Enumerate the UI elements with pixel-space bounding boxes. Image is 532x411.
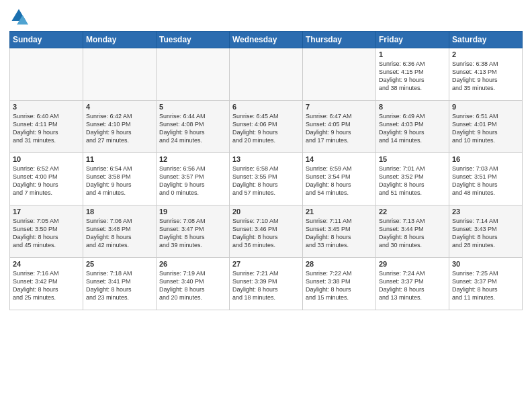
- day-info: Sunrise: 7:22 AM Sunset: 3:38 PM Dayligh…: [306, 269, 373, 302]
- day-number: 18: [86, 208, 153, 216]
- calendar-cell: 10Sunrise: 6:52 AM Sunset: 4:00 PM Dayli…: [10, 153, 83, 205]
- calendar-cell: 13Sunrise: 6:58 AM Sunset: 3:55 PM Dayli…: [230, 153, 303, 205]
- calendar-cell: [10, 48, 83, 101]
- weekday-header-tuesday: Tuesday: [157, 32, 230, 48]
- day-info: Sunrise: 6:52 AM Sunset: 4:00 PM Dayligh…: [13, 165, 80, 197]
- calendar-header-row: SundayMondayTuesdayWednesdayThursdayFrid…: [10, 32, 523, 48]
- day-number: 6: [232, 103, 300, 111]
- day-number: 12: [159, 155, 226, 163]
- day-number: 11: [86, 155, 153, 163]
- calendar-cell: 20Sunrise: 7:10 AM Sunset: 3:46 PM Dayli…: [230, 205, 303, 258]
- day-info: Sunrise: 7:24 AM Sunset: 3:37 PM Dayligh…: [379, 269, 446, 302]
- calendar-cell: 29Sunrise: 7:24 AM Sunset: 3:37 PM Dayli…: [376, 258, 449, 310]
- day-info: Sunrise: 6:45 AM Sunset: 4:06 PM Dayligh…: [232, 112, 300, 145]
- calendar-cell: 21Sunrise: 7:11 AM Sunset: 3:45 PM Dayli…: [303, 205, 376, 258]
- day-info: Sunrise: 6:54 AM Sunset: 3:58 PM Dayligh…: [86, 165, 153, 197]
- calendar-cell: 7Sunrise: 6:47 AM Sunset: 4:05 PM Daylig…: [303, 101, 376, 153]
- day-info: Sunrise: 6:56 AM Sunset: 3:57 PM Dayligh…: [159, 165, 226, 197]
- day-info: Sunrise: 6:44 AM Sunset: 4:08 PM Dayligh…: [159, 112, 226, 145]
- day-info: Sunrise: 6:58 AM Sunset: 3:55 PM Dayligh…: [232, 165, 300, 197]
- day-info: Sunrise: 7:14 AM Sunset: 3:43 PM Dayligh…: [452, 217, 519, 250]
- day-info: Sunrise: 7:18 AM Sunset: 3:41 PM Dayligh…: [86, 269, 153, 302]
- weekday-header-saturday: Saturday: [449, 32, 523, 48]
- calendar-cell: 19Sunrise: 7:08 AM Sunset: 3:47 PM Dayli…: [157, 205, 230, 258]
- day-number: 22: [379, 208, 446, 216]
- calendar-cell: [230, 48, 303, 101]
- calendar-cell: 28Sunrise: 7:22 AM Sunset: 3:38 PM Dayli…: [303, 258, 376, 310]
- calendar-cell: 3Sunrise: 6:40 AM Sunset: 4:11 PM Daylig…: [10, 101, 83, 153]
- day-info: Sunrise: 7:01 AM Sunset: 3:52 PM Dayligh…: [379, 165, 446, 197]
- day-number: 7: [306, 103, 373, 111]
- calendar-cell: 8Sunrise: 6:49 AM Sunset: 4:03 PM Daylig…: [376, 101, 449, 153]
- calendar-cell: 26Sunrise: 7:19 AM Sunset: 3:40 PM Dayli…: [157, 258, 230, 310]
- calendar-week-5: 24Sunrise: 7:16 AM Sunset: 3:42 PM Dayli…: [10, 258, 523, 310]
- calendar-cell: 14Sunrise: 6:59 AM Sunset: 3:54 PM Dayli…: [303, 153, 376, 205]
- day-number: 19: [159, 208, 226, 216]
- calendar-cell: 1Sunrise: 6:36 AM Sunset: 4:15 PM Daylig…: [376, 48, 449, 101]
- day-number: 24: [13, 260, 80, 268]
- calendar-cell: 6Sunrise: 6:45 AM Sunset: 4:06 PM Daylig…: [230, 101, 303, 153]
- day-number: 3: [13, 103, 80, 111]
- day-number: 30: [452, 260, 519, 268]
- calendar-week-3: 10Sunrise: 6:52 AM Sunset: 4:00 PM Dayli…: [10, 153, 523, 205]
- calendar-week-1: 1Sunrise: 6:36 AM Sunset: 4:15 PM Daylig…: [10, 48, 523, 101]
- weekday-header-friday: Friday: [376, 32, 449, 48]
- calendar-cell: 23Sunrise: 7:14 AM Sunset: 3:43 PM Dayli…: [449, 205, 523, 258]
- calendar-cell: 5Sunrise: 6:44 AM Sunset: 4:08 PM Daylig…: [157, 101, 230, 153]
- day-info: Sunrise: 6:38 AM Sunset: 4:13 PM Dayligh…: [452, 60, 519, 93]
- day-info: Sunrise: 7:11 AM Sunset: 3:45 PM Dayligh…: [306, 217, 373, 250]
- day-info: Sunrise: 7:03 AM Sunset: 3:51 PM Dayligh…: [452, 165, 519, 197]
- day-number: 9: [452, 103, 519, 111]
- day-number: 28: [306, 260, 373, 268]
- day-info: Sunrise: 6:49 AM Sunset: 4:03 PM Dayligh…: [379, 112, 446, 145]
- weekday-header-thursday: Thursday: [303, 32, 376, 48]
- day-info: Sunrise: 7:08 AM Sunset: 3:47 PM Dayligh…: [159, 217, 226, 250]
- day-info: Sunrise: 6:51 AM Sunset: 4:01 PM Dayligh…: [452, 112, 519, 145]
- day-info: Sunrise: 6:36 AM Sunset: 4:15 PM Dayligh…: [379, 60, 446, 93]
- day-info: Sunrise: 7:19 AM Sunset: 3:40 PM Dayligh…: [159, 269, 226, 302]
- day-number: 23: [452, 208, 519, 216]
- calendar-week-2: 3Sunrise: 6:40 AM Sunset: 4:11 PM Daylig…: [10, 101, 523, 153]
- weekday-header-wednesday: Wednesday: [230, 32, 303, 48]
- day-number: 21: [306, 208, 373, 216]
- calendar-cell: 9Sunrise: 6:51 AM Sunset: 4:01 PM Daylig…: [449, 101, 523, 153]
- calendar-cell: [157, 48, 230, 101]
- day-number: 26: [159, 260, 226, 268]
- calendar-cell: 25Sunrise: 7:18 AM Sunset: 3:41 PM Dayli…: [83, 258, 157, 310]
- calendar-cell: 18Sunrise: 7:06 AM Sunset: 3:48 PM Dayli…: [83, 205, 157, 258]
- calendar-cell: 11Sunrise: 6:54 AM Sunset: 3:58 PM Dayli…: [83, 153, 157, 205]
- day-number: 5: [159, 103, 226, 111]
- weekday-header-sunday: Sunday: [10, 32, 83, 48]
- day-number: 29: [379, 260, 446, 268]
- day-info: Sunrise: 6:59 AM Sunset: 3:54 PM Dayligh…: [306, 165, 373, 197]
- calendar-cell: [303, 48, 376, 101]
- day-number: 8: [379, 103, 446, 111]
- day-number: 1: [379, 50, 446, 58]
- day-number: 10: [13, 155, 80, 163]
- calendar-cell: 22Sunrise: 7:13 AM Sunset: 3:44 PM Dayli…: [376, 205, 449, 258]
- calendar-cell: 12Sunrise: 6:56 AM Sunset: 3:57 PM Dayli…: [157, 153, 230, 205]
- header: [9, 7, 523, 26]
- day-number: 4: [86, 103, 153, 111]
- page-container: SundayMondayTuesdayWednesdayThursdayFrid…: [0, 0, 532, 411]
- day-info: Sunrise: 7:16 AM Sunset: 3:42 PM Dayligh…: [13, 269, 80, 302]
- day-number: 16: [452, 155, 519, 163]
- day-number: 25: [86, 260, 153, 268]
- day-number: 14: [306, 155, 373, 163]
- calendar-cell: 17Sunrise: 7:05 AM Sunset: 3:50 PM Dayli…: [10, 205, 83, 258]
- calendar-cell: 4Sunrise: 6:42 AM Sunset: 4:10 PM Daylig…: [83, 101, 157, 153]
- day-number: 15: [379, 155, 446, 163]
- logo-icon: [9, 7, 28, 26]
- calendar-cell: [83, 48, 157, 101]
- day-number: 20: [232, 208, 300, 216]
- day-info: Sunrise: 6:42 AM Sunset: 4:10 PM Dayligh…: [86, 112, 153, 145]
- day-number: 13: [232, 155, 300, 163]
- day-number: 2: [452, 50, 519, 58]
- day-info: Sunrise: 7:10 AM Sunset: 3:46 PM Dayligh…: [232, 217, 300, 250]
- calendar-cell: 15Sunrise: 7:01 AM Sunset: 3:52 PM Dayli…: [376, 153, 449, 205]
- calendar-cell: 2Sunrise: 6:38 AM Sunset: 4:13 PM Daylig…: [449, 48, 523, 101]
- weekday-header-monday: Monday: [83, 32, 157, 48]
- logo: [9, 7, 31, 26]
- day-number: 27: [232, 260, 300, 268]
- day-info: Sunrise: 7:25 AM Sunset: 3:37 PM Dayligh…: [452, 269, 519, 302]
